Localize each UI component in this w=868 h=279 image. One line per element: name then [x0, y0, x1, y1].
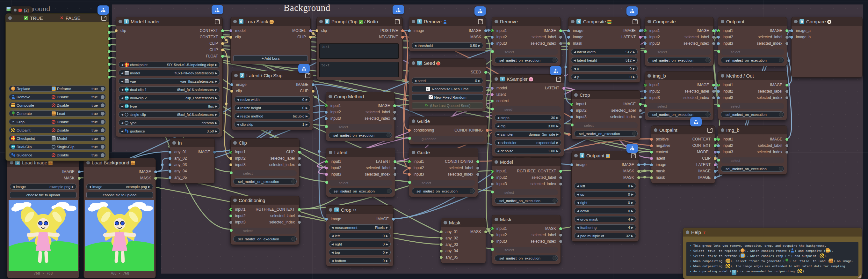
crop-main-header[interactable]: 3Crop — [326, 205, 393, 214]
decrement-arrow[interactable]: ◀ — [577, 226, 579, 229]
model-selector-node[interactable]: Modelinput1RGTHREE_CONTEXTinput2selected… — [492, 157, 561, 206]
prompt-textarea[interactable] — [319, 44, 399, 59]
increment-arrow[interactable]: ▶ — [386, 259, 388, 262]
decrement-arrow[interactable]: ◀ — [237, 115, 239, 118]
muter-output-port-6[interactable] — [108, 56, 111, 59]
sel-mode-toggle[interactable]: sel_modeselect_on_execution — [721, 111, 784, 117]
select-widget[interactable]: select — [412, 180, 475, 186]
latent width-widget[interactable]: ◀latent width512▶ — [571, 49, 638, 55]
increment-arrow[interactable]: ▶ — [631, 210, 633, 213]
decrement-arrow[interactable]: ◀ — [497, 133, 499, 136]
increment-arrow[interactable]: ▶ — [556, 133, 559, 136]
decrement-arrow[interactable]: ◀ — [121, 130, 123, 133]
select-widget[interactable]: select — [721, 103, 784, 109]
CONTEXT-output-port[interactable] — [714, 138, 717, 141]
CLIP-output-port[interactable] — [298, 151, 301, 154]
pad multiple of-widget[interactable]: ◀pad multiple of32▶ — [574, 233, 636, 239]
selected_label-output-port[interactable] — [559, 36, 562, 38]
open-subgraph-button[interactable] — [626, 144, 638, 153]
guidance-widget[interactable]: ◀guidance3.50▶ — [119, 128, 220, 134]
FLOAT-output-port[interactable] — [221, 55, 224, 58]
collapse-dot[interactable] — [119, 20, 122, 23]
select-widget[interactable]: select — [721, 157, 784, 163]
input2-input-port[interactable] — [717, 90, 720, 93]
decrement-arrow[interactable]: ◀ — [577, 210, 579, 213]
sel-mode-toggle[interactable]: sel_modeselect_on_execution — [329, 188, 392, 194]
expand-icon[interactable]: ↗ — [395, 19, 400, 24]
mask-input-port[interactable] — [650, 176, 653, 179]
y-widget[interactable]: ◀y0▶ — [571, 74, 638, 80]
mask-any-header[interactable]: Mask — [441, 218, 486, 227]
decrement-arrow[interactable]: ◀ — [577, 234, 579, 238]
collapse-dot[interactable] — [648, 20, 651, 23]
sel-mode-toggle[interactable]: sel_modeselect_on_execution — [721, 57, 784, 63]
any_02-input-port[interactable] — [440, 237, 443, 240]
selected_label-output-port[interactable] — [785, 36, 788, 38]
increment-arrow[interactable]: ▶ — [386, 234, 388, 238]
clip-input-port[interactable] — [115, 29, 118, 32]
node-graph-canvas[interactable]: Background 1Model Loader↗clipCONTEXTCONT… — [0, 0, 868, 279]
increment-arrow[interactable]: ▶ — [215, 88, 217, 91]
input1-input-port[interactable] — [644, 84, 647, 86]
CONDITIONING-output-port[interactable] — [476, 160, 479, 163]
feathering-widget[interactable]: ◀feathering4▶ — [574, 224, 636, 230]
decrement-arrow[interactable]: ◀ — [574, 75, 576, 79]
increment-arrow[interactable]: ▶ — [633, 51, 635, 54]
x-widget[interactable]: ◀x0▶ — [571, 65, 638, 72]
sel-mode-toggle[interactable]: sel_modeselect_on_execution — [329, 132, 392, 138]
toggle-knob[interactable] — [706, 112, 710, 116]
composite-node[interactable]: 4Composite ↗imageIMAGEimageLATENTmask◀la… — [568, 17, 641, 83]
CONTEXT-output-port[interactable] — [221, 29, 224, 32]
increment-arrow[interactable]: ▶ — [215, 96, 217, 100]
up-widget[interactable]: ◀up0▶ — [574, 191, 636, 197]
IMAGE-output-port[interactable] — [714, 170, 717, 173]
muter-row-toggle[interactable] — [101, 128, 104, 132]
input3-input-port[interactable] — [491, 183, 494, 186]
image-input-port[interactable] — [325, 218, 328, 221]
toggle-knob[interactable] — [553, 199, 557, 203]
model-input-port[interactable] — [229, 29, 232, 32]
open-subgraph-button[interactable] — [626, 6, 638, 16]
decrement-arrow[interactable]: ◀ — [89, 185, 91, 188]
expand-icon[interactable]: ↗ — [478, 19, 483, 24]
model-loader-node[interactable]: 1Model Loader↗clipCONTEXTCONTEXTCLIPCLIP… — [116, 17, 223, 137]
decrement-arrow[interactable]: ◀ — [121, 88, 123, 91]
input3-input-port[interactable] — [229, 221, 232, 224]
select-widget[interactable]: select — [574, 122, 638, 128]
negative-input-port[interactable] — [650, 144, 653, 147]
selected_index-output-port[interactable] — [559, 42, 562, 45]
POSITIVE-output-port[interactable] — [401, 29, 404, 32]
increment-arrow[interactable]: ▶ — [215, 63, 217, 66]
MODEL-output-port[interactable] — [714, 151, 717, 154]
dual-clip 2-widget[interactable]: ◀dual-clip 2clip_l.safetensors▶ — [119, 95, 220, 101]
selected_index-output-port[interactable] — [712, 42, 715, 45]
toggle-knob[interactable] — [387, 189, 391, 193]
open-subgraph-button[interactable] — [474, 6, 486, 16]
MASK-output-port[interactable] — [637, 170, 640, 173]
sampler-widget[interactable]: ◀samplerdpmpp_3m_sde▶ — [495, 131, 561, 137]
any_01-input-port[interactable] — [440, 230, 443, 233]
CLIP-output-port[interactable] — [221, 42, 224, 45]
composite-header[interactable]: 4Composite ↗ — [568, 17, 640, 26]
latent-input-port[interactable] — [491, 93, 494, 96]
clip-selector-node[interactable]: Clipinput1CLIPinput2selected_labelinput3… — [230, 138, 300, 187]
MASK-output-port[interactable] — [559, 227, 562, 230]
MASK-output-port[interactable] — [78, 177, 81, 180]
decrement-arrow[interactable]: ◀ — [497, 141, 499, 144]
latent height-widget[interactable]: ◀latent height512▶ — [571, 57, 638, 63]
expand-icon[interactable]: ↗ — [101, 16, 106, 21]
input1-input-port[interactable] — [717, 29, 720, 32]
decrement-arrow[interactable]: ◀ — [121, 72, 123, 75]
selected_label-output-port[interactable] — [712, 90, 715, 93]
input2-input-port[interactable] — [570, 109, 573, 112]
select-widget[interactable]: select — [495, 247, 558, 253]
input1-input-port[interactable] — [491, 170, 494, 173]
remove-selector-header[interactable]: Remove — [492, 17, 560, 26]
collapse-dot[interactable] — [721, 128, 724, 132]
increment-arrow[interactable]: ▶ — [215, 113, 217, 116]
input1-input-port[interactable] — [229, 151, 232, 154]
increment-arrow[interactable]: ▶ — [631, 193, 633, 196]
toggle-knob[interactable] — [470, 189, 474, 193]
muter-row-remove[interactable]: RemoveDisabletrue — [9, 94, 106, 100]
IMAGE-output-port[interactable] — [392, 218, 395, 221]
